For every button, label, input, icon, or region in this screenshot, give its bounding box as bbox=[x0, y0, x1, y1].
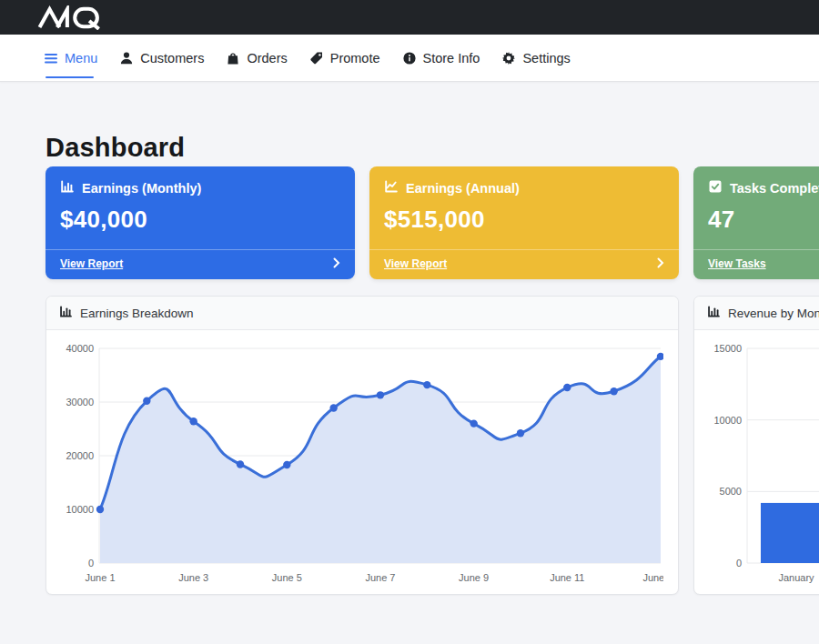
view-report-link[interactable]: View Report bbox=[384, 257, 447, 270]
info-circle-icon bbox=[402, 51, 417, 65]
revenue-by-month-card: Revenue by Month 050001000015000January bbox=[693, 296, 819, 595]
main-navbar: Menu Customers Orders Promote Store Info… bbox=[0, 35, 819, 82]
nav-item-customers[interactable]: Customers bbox=[119, 35, 204, 81]
svg-text:10000: 10000 bbox=[66, 504, 94, 515]
stat-card-value: 47 bbox=[708, 206, 819, 234]
svg-text:40000: 40000 bbox=[66, 343, 94, 354]
nav-item-menu[interactable]: Menu bbox=[44, 35, 97, 81]
hamburger-icon bbox=[44, 52, 58, 65]
bar-chart-icon bbox=[60, 179, 75, 196]
nav-item-label: Store Info bbox=[423, 51, 480, 65]
chart-title: Revenue by Month bbox=[728, 307, 819, 320]
stat-card-title: Earnings (Annual) bbox=[406, 181, 520, 196]
nav-item-label: Orders bbox=[247, 51, 287, 65]
dashboard-content: Dashboard Earnings (Monthly) $40,000 Vie… bbox=[0, 135, 819, 595]
tasks-completed-card: Tasks Completed 47 View Tasks bbox=[693, 166, 819, 279]
person-icon bbox=[119, 51, 134, 65]
svg-text:5000: 5000 bbox=[720, 486, 742, 497]
view-report-link[interactable]: View Report bbox=[60, 257, 123, 270]
gear-icon bbox=[501, 51, 516, 65]
svg-text:10000: 10000 bbox=[713, 415, 742, 426]
brand-logo-mq[interactable] bbox=[36, 5, 116, 30]
nav-item-orders[interactable]: Orders bbox=[226, 35, 287, 81]
top-app-bar bbox=[0, 0, 819, 35]
stat-card-title: Tasks Completed bbox=[730, 181, 819, 196]
shopping-bag-icon bbox=[226, 51, 240, 65]
chart-title: Earnings Breakdown bbox=[80, 307, 194, 320]
earnings-breakdown-chart[interactable]: 010000200003000040000June 1June 3June 5J… bbox=[46, 330, 678, 594]
nav-item-label: Settings bbox=[522, 51, 570, 65]
nav-item-settings[interactable]: Settings bbox=[501, 35, 570, 81]
active-tab-underline bbox=[46, 76, 94, 78]
svg-text:June 3: June 3 bbox=[178, 572, 208, 583]
svg-text:June 11: June 11 bbox=[550, 572, 584, 583]
svg-text:June 9: June 9 bbox=[459, 572, 489, 583]
nav-item-label: Customers bbox=[140, 51, 204, 65]
svg-text:30000: 30000 bbox=[66, 397, 94, 408]
stat-card-value: $515,000 bbox=[384, 206, 664, 234]
nav-item-label: Menu bbox=[65, 51, 97, 65]
bar-chart-icon bbox=[707, 305, 721, 321]
stat-card-title: Earnings (Monthly) bbox=[82, 181, 201, 196]
bar-chart-icon bbox=[59, 305, 73, 321]
earnings-breakdown-card: Earnings Breakdown 010000200003000040000… bbox=[46, 296, 679, 595]
chevron-right-icon bbox=[333, 256, 340, 272]
svg-text:June 1: June 1 bbox=[85, 572, 115, 583]
svg-text:15000: 15000 bbox=[713, 343, 742, 354]
earnings-monthly-card: Earnings (Monthly) $40,000 View Report bbox=[46, 166, 355, 279]
tag-icon bbox=[309, 51, 324, 65]
view-tasks-link[interactable]: View Tasks bbox=[708, 257, 766, 270]
nav-item-promote[interactable]: Promote bbox=[309, 35, 380, 81]
stat-cards-row: Earnings (Monthly) $40,000 View Report E… bbox=[46, 166, 819, 279]
svg-text:June 13: June 13 bbox=[642, 572, 663, 583]
svg-text:January: January bbox=[778, 572, 814, 583]
revenue-by-month-chart[interactable]: 050001000015000January bbox=[694, 330, 819, 594]
line-chart-icon bbox=[384, 179, 399, 196]
check-square-icon bbox=[708, 179, 723, 196]
svg-text:June 7: June 7 bbox=[365, 572, 395, 583]
chevron-right-icon bbox=[657, 256, 664, 272]
earnings-annual-card: Earnings (Annual) $515,000 View Report bbox=[369, 166, 679, 279]
nav-item-label: Promote bbox=[330, 51, 380, 65]
stat-card-value: $40,000 bbox=[60, 206, 340, 234]
svg-text:0: 0 bbox=[736, 558, 742, 569]
svg-text:0: 0 bbox=[88, 558, 94, 569]
page-title: Dashboard bbox=[46, 135, 819, 161]
svg-text:June 5: June 5 bbox=[272, 572, 302, 583]
svg-text:20000: 20000 bbox=[66, 450, 94, 461]
charts-row: Earnings Breakdown 010000200003000040000… bbox=[46, 296, 819, 595]
nav-item-store-info[interactable]: Store Info bbox=[402, 35, 480, 81]
